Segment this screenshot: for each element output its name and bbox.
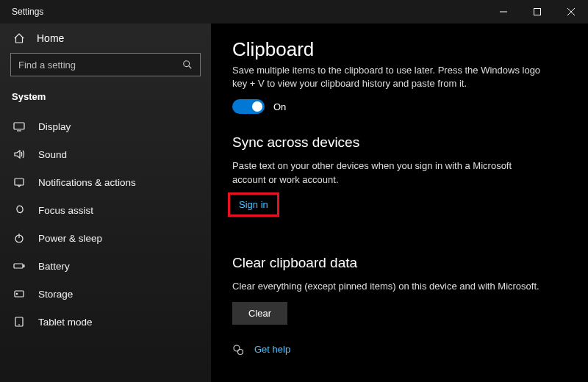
sidebar-item-label: Display — [38, 121, 71, 132]
sound-icon — [13, 148, 25, 160]
home-icon — [13, 32, 25, 44]
page-heading: Clipboard — [232, 38, 573, 61]
sync-heading: Sync across devices — [232, 134, 573, 151]
sidebar-item-label: Focus assist — [38, 205, 93, 216]
svg-rect-1 — [534, 9, 541, 15]
svg-point-14 — [16, 293, 17, 294]
home-nav[interactable]: Home — [0, 26, 211, 53]
sidebar-item-label: Notifications & actions — [38, 177, 136, 188]
sidebar-item-display[interactable]: Display — [0, 112, 211, 140]
clipboard-history-toggle[interactable] — [232, 99, 265, 114]
minimize-button[interactable] — [487, 0, 520, 24]
sign-in-link[interactable]: Sign in — [239, 199, 268, 210]
sidebar-item-label: Storage — [38, 289, 73, 300]
svg-rect-12 — [24, 265, 25, 267]
tablet-icon — [13, 316, 25, 328]
search-icon — [182, 60, 193, 70]
sidebar-item-storage[interactable]: Storage — [0, 280, 211, 308]
sidebar-item-label: Power & sleep — [38, 233, 102, 244]
category-label: System — [0, 87, 211, 112]
search-input[interactable] — [18, 60, 182, 71]
history-description: Save multiple items to the clipboard to … — [232, 64, 541, 90]
svg-rect-11 — [14, 264, 23, 268]
svg-rect-6 — [14, 123, 24, 129]
sidebar-item-focus-assist[interactable]: Focus assist — [0, 196, 211, 224]
sidebar-item-battery[interactable]: Battery — [0, 252, 211, 280]
titlebar: Settings — [0, 0, 588, 24]
toggle-state-label: On — [273, 101, 286, 112]
sidebar-item-notifications[interactable]: Notifications & actions — [0, 168, 211, 196]
sidebar-item-tablet-mode[interactable]: Tablet mode — [0, 308, 211, 336]
close-button[interactable] — [554, 0, 588, 24]
svg-point-4 — [184, 61, 190, 67]
svg-line-5 — [189, 66, 192, 69]
storage-icon — [13, 288, 25, 300]
maximize-button[interactable] — [520, 0, 554, 24]
clear-description: Clear everything (except pinned items) o… — [232, 280, 541, 293]
power-icon — [13, 232, 25, 244]
sidebar-item-label: Tablet mode — [38, 317, 93, 328]
sidebar: Home System Display Sound Notifications … — [0, 24, 212, 382]
battery-icon — [13, 260, 25, 272]
home-label: Home — [37, 32, 64, 44]
sidebar-item-sound[interactable]: Sound — [0, 140, 211, 168]
search-box[interactable] — [10, 53, 201, 76]
svg-point-18 — [238, 349, 243, 354]
get-help-link[interactable]: Get help — [254, 344, 290, 355]
display-icon — [13, 120, 25, 132]
window-title: Settings — [0, 7, 43, 17]
sidebar-item-label: Battery — [38, 261, 70, 272]
notifications-icon — [13, 176, 25, 188]
sign-in-highlight: Sign in — [228, 192, 279, 217]
svg-rect-13 — [15, 291, 24, 297]
clear-button[interactable]: Clear — [232, 302, 287, 325]
sidebar-item-power-sleep[interactable]: Power & sleep — [0, 224, 211, 252]
window-controls — [487, 0, 588, 24]
sync-description: Paste text on your other devices when yo… — [232, 159, 541, 186]
help-icon — [232, 344, 244, 356]
clear-heading: Clear clipboard data — [232, 255, 573, 271]
svg-rect-8 — [15, 179, 24, 185]
sidebar-item-label: Sound — [38, 149, 67, 160]
focus-assist-icon — [13, 204, 25, 216]
content-pane: Clipboard Save multiple items to the cli… — [212, 24, 588, 382]
